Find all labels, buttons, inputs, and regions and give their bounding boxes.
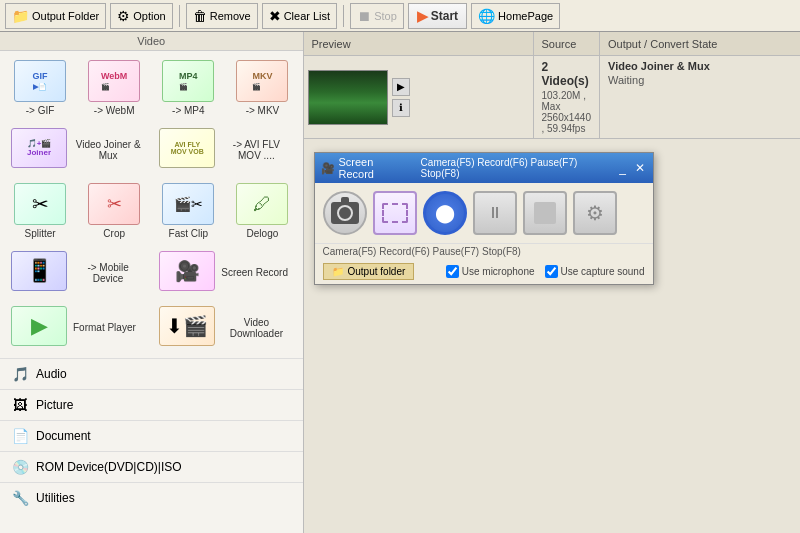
mkv-label: -> MKV — [246, 105, 280, 116]
picture-icon: 🖼 — [10, 395, 30, 415]
start-button[interactable]: ▶ Start — [408, 3, 467, 29]
dialog-shortcut-footer: Camera(F5) Record(F6) Pause(F7) Stop(F8) — [315, 243, 653, 259]
settings-button[interactable]: ⚙ — [573, 191, 617, 235]
dialog-footer: 📁 Output folder Use microphone Use captu… — [315, 259, 653, 284]
state-column-header: Output / Convert State — [600, 32, 800, 55]
screenrecord-label: Screen Record — [221, 267, 288, 278]
source-info: 103.20M , Max 2560x1440 , 59.94fps — [542, 90, 592, 134]
microphone-checkbox[interactable] — [446, 265, 459, 278]
source-cell: 2 Video(s) 103.20M , Max 2560x1440 , 59.… — [534, 56, 601, 138]
dialog-window-controls: _ ✕ — [616, 161, 647, 175]
grid-item-crop[interactable]: ✂ Crop — [78, 178, 150, 244]
downloader-icon: ⬇🎬 — [159, 306, 215, 346]
camera-button[interactable] — [323, 191, 367, 235]
state-label: Video Joiner & Mux — [608, 60, 792, 72]
folder-small-icon: 📁 — [332, 266, 344, 277]
audio-label: Audio — [36, 367, 67, 381]
homepage-label: HomePage — [498, 10, 553, 22]
clear-icon: ✖ — [269, 8, 281, 24]
start-label: Start — [431, 9, 458, 23]
capture-sound-checkbox-item[interactable]: Use capture sound — [545, 265, 645, 278]
grid-item-mkv[interactable]: MKV🎬 -> MKV — [226, 55, 298, 121]
preview-thumbnail[interactable] — [308, 70, 388, 125]
dialog-title-left: 🎥 Screen Record Camera(F5) Record(F6) Pa… — [321, 156, 616, 180]
homepage-icon: 🌐 — [478, 8, 495, 24]
output-folder-dialog-btn[interactable]: 📁 Output folder — [323, 263, 415, 280]
grid-item-fastclip[interactable]: 🎬✂ Fast Clip — [152, 178, 224, 244]
sidebar-utilities[interactable]: 🔧 Utilities — [0, 482, 303, 513]
stop-record-button[interactable] — [523, 191, 567, 235]
output-folder-button[interactable]: 📁 Output Folder — [5, 3, 106, 29]
left-panel: Video GIF▶📄 -> GIF WebM🎬 -> WebM MP4🎬 — [0, 32, 304, 533]
capture-sound-checkbox[interactable] — [545, 265, 558, 278]
remove-button[interactable]: 🗑 Remove — [186, 3, 258, 29]
mobile-label: -> Mobile Device — [73, 262, 143, 284]
joiner-icon: 🎵+🎬Joiner — [11, 128, 67, 168]
grid-item-mp4[interactable]: MP4🎬 -> MP4 — [152, 55, 224, 121]
folder-icon: 📁 — [12, 8, 29, 24]
grid-item-aviflymov[interactable]: AVI FLYMOV VOB -> AVI FLV MOV .... — [152, 123, 298, 176]
table-header: Preview Source Output / Convert State — [304, 32, 801, 56]
grid-item-splitter[interactable]: ✂ Splitter — [4, 178, 76, 244]
utilities-label: Utilities — [36, 491, 75, 505]
rom-label: ROM Device(DVD|CD)|ISO — [36, 460, 182, 474]
mp4-label: -> MP4 — [172, 105, 205, 116]
fastclip-icon: 🎬✂ — [162, 183, 214, 225]
crop-icon: ✂ — [88, 183, 140, 225]
clear-list-label: Clear List — [284, 10, 330, 22]
preview-cell: ▶ ℹ — [304, 56, 534, 138]
dialog-close-btn[interactable]: ✕ — [633, 161, 647, 175]
option-button[interactable]: ⚙ Option — [110, 3, 172, 29]
sidebar-rom[interactable]: 💿 ROM Device(DVD|CD)|ISO — [0, 451, 303, 482]
grid-item-mobile[interactable]: 📱 -> Mobile Device — [4, 246, 150, 299]
video-section-header: Video — [0, 32, 303, 51]
grid-item-formatplayer[interactable]: ▶ Format Player — [4, 301, 150, 354]
option-label: Option — [133, 10, 165, 22]
source-count: 2 Video(s) — [542, 60, 592, 88]
toolbar: 📁 Output Folder ⚙ Option 🗑 Remove ✖ Clea… — [0, 0, 800, 32]
grid-item-gif[interactable]: GIF▶📄 -> GIF — [4, 55, 76, 121]
gif-icon: GIF▶📄 — [14, 60, 66, 102]
capture-sound-label: Use capture sound — [561, 266, 645, 277]
dialog-title-bar: 🎥 Screen Record Camera(F5) Record(F6) Pa… — [315, 153, 653, 183]
screenrecord-icon: 🎥 — [159, 251, 215, 291]
dialog-minimize-btn[interactable]: _ — [616, 161, 630, 175]
microphone-label: Use microphone — [462, 266, 535, 277]
grid-item-delogo[interactable]: 🖊 Delogo — [226, 178, 298, 244]
aviflymov-label: -> AVI FLV MOV .... — [221, 139, 291, 161]
right-panel: Preview Source Output / Convert State ▶ … — [304, 32, 801, 533]
play-icon: ▶ — [417, 8, 428, 24]
grid-item-videodownloader[interactable]: ⬇🎬 Video Downloader — [152, 301, 298, 354]
stop-button[interactable]: ⏹ Stop — [350, 3, 404, 29]
main-layout: Video GIF▶📄 -> GIF WebM🎬 -> WebM MP4🎬 — [0, 32, 800, 533]
record-button[interactable]: ⬤ — [423, 191, 467, 235]
microphone-checkbox-item[interactable]: Use microphone — [446, 265, 535, 278]
dialog-title: Screen Record — [339, 156, 411, 180]
region-select-button[interactable] — [373, 191, 417, 235]
state-value: Waiting — [608, 74, 792, 86]
preview-column-header: Preview — [304, 32, 534, 55]
preview-info-btn[interactable]: ℹ — [392, 99, 410, 117]
clear-list-button[interactable]: ✖ Clear List — [262, 3, 337, 29]
stop-icon — [534, 202, 556, 224]
audio-icon: 🎵 — [10, 364, 30, 384]
document-icon: 📄 — [10, 426, 30, 446]
grid-item-webm[interactable]: WebM🎬 -> WebM — [78, 55, 150, 121]
checkbox-group: Use microphone Use capture sound — [422, 265, 644, 278]
video-grid: GIF▶📄 -> GIF WebM🎬 -> WebM MP4🎬 -> MP4 M… — [0, 51, 303, 358]
sidebar-audio[interactable]: 🎵 Audio — [0, 358, 303, 389]
sidebar-picture[interactable]: 🖼 Picture — [0, 389, 303, 420]
sidebar-document[interactable]: 📄 Document — [0, 420, 303, 451]
preview-play-btn[interactable]: ▶ — [392, 78, 410, 96]
formatplayer-icon: ▶ — [11, 306, 67, 346]
mp4-icon: MP4🎬 — [162, 60, 214, 102]
grid-item-joiner[interactable]: 🎵+🎬Joiner Video Joiner & Mux — [4, 123, 150, 176]
grid-item-screenrecord[interactable]: 🎥 Screen Record — [152, 246, 298, 299]
homepage-button[interactable]: 🌐 HomePage — [471, 3, 560, 29]
preview-controls: ▶ ℹ — [392, 78, 410, 117]
pause-button[interactable]: ⏸ — [473, 191, 517, 235]
splitter-label: Splitter — [25, 228, 56, 239]
source-column-header: Source — [534, 32, 601, 55]
dialog-icon: 🎥 — [321, 162, 335, 175]
utilities-icon: 🔧 — [10, 488, 30, 508]
